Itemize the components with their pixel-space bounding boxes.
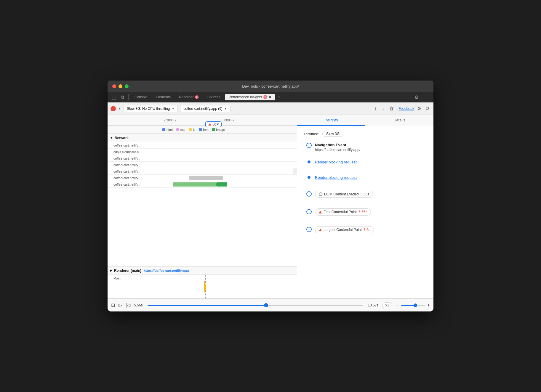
main-content: 7,200ms 8,000ms LCP html css — [108, 115, 433, 298]
rb2-line-top — [309, 173, 309, 176]
network-rows: coffee-cart.netlify… cdnjs.cloudflare.c…… — [108, 142, 297, 188]
site-dropdown-arrow: ▼ — [224, 107, 227, 110]
slider-track — [148, 305, 266, 306]
rb2-line — [309, 179, 309, 184]
row-bar-area-7 — [162, 181, 297, 187]
event-timeline-rb1 — [303, 158, 315, 169]
bar-green-1 — [173, 182, 216, 187]
gear-icon[interactable]: ⚙ — [417, 106, 421, 111]
screenshot-icon[interactable]: ⊡ — [111, 302, 115, 308]
settings-icon[interactable]: ⚙ — [413, 94, 420, 100]
row-bar-area-2 — [162, 149, 297, 155]
record-button[interactable] — [111, 106, 116, 111]
render-block-link-2[interactable]: Render blocking request — [315, 175, 357, 180]
renderer-url: https://coffee-cart.netlify.app/ — [141, 269, 189, 272]
legend-dot-css — [176, 128, 179, 131]
left-panel: 7,200ms 8,000ms LCP html css — [108, 115, 297, 298]
maximize-button[interactable] — [125, 84, 129, 88]
row-label-5: coffee-cart.netlify… — [108, 170, 162, 173]
fcp-pill-icon — [319, 211, 322, 213]
tab-bar: ⬚ ⧉ Console Elements Recorder 🎯 Sources … — [108, 92, 433, 102]
zoom-out-icon[interactable]: − — [396, 303, 398, 308]
row-label-7: coffee-cart.netlify… — [108, 183, 162, 186]
toolbar: ▼ Slow 3G, No CPU throttling ▼ coffee-ca… — [108, 102, 433, 115]
tab-recorder[interactable]: Recorder 🎯 — [175, 94, 203, 100]
legend-html: html — [162, 128, 173, 131]
insights-tabs: Insights Details — [297, 115, 433, 126]
menu-icon[interactable]: ⋮ — [423, 94, 431, 100]
row-label-1: coffee-cart.netlify… — [108, 144, 162, 147]
throttle-row: Throttled: Slow 3G — [303, 131, 428, 137]
download-icon[interactable]: ↓ — [381, 105, 385, 112]
minimize-button[interactable] — [119, 84, 122, 88]
renderer-section-header[interactable]: ▶ Renderer (main) https://coffee-cart.ne… — [108, 266, 297, 275]
collapse-handle[interactable]: › — [293, 168, 297, 174]
window-title: DevTools - coffee-cart.netlify.app/ — [242, 84, 299, 89]
throttle-badge: Slow 3G — [322, 131, 343, 137]
device-icon[interactable]: ⧉ — [119, 94, 126, 100]
feedback-link[interactable]: Feedback — [398, 107, 414, 111]
legend-dot-js — [189, 128, 192, 131]
slider-thumb[interactable] — [264, 303, 268, 307]
skip-start-icon[interactable]: |◁ — [126, 302, 130, 308]
tab-elements[interactable]: Elements — [152, 94, 174, 100]
refresh-icon[interactable]: ↺ — [424, 105, 430, 112]
legend-bar: html css js font image — [108, 126, 297, 134]
event-lcp: Largest Contentful Paint 7.6s — [303, 224, 428, 233]
tab-insights[interactable]: Insights — [297, 115, 365, 126]
render-block-link-1[interactable]: Render blocking request — [315, 160, 357, 164]
zoom-slider[interactable] — [401, 305, 425, 306]
site-selector-dropdown[interactable]: coffee-cart.netlify.app (9) ▼ — [180, 105, 231, 112]
tab-performance-insights[interactable]: Performance insights 🎯 ✕ — [225, 94, 275, 100]
dcl-content: DOM Content Loaded 5.56s — [315, 189, 428, 202]
record-dropdown-arrow[interactable]: ▼ — [118, 107, 121, 110]
table-row: coffee-cart.netlify… — [108, 175, 297, 181]
dcl-pill: DOM Content Loaded 5.56s — [315, 191, 373, 198]
renderer-collapse-arrow: ▶ — [110, 269, 112, 272]
dcl-line-top — [309, 189, 309, 191]
main-label: Main — [108, 275, 162, 280]
zoom-track — [401, 305, 415, 306]
row-label-6: coffee-cart.netlify… — [108, 176, 162, 180]
main-bar-area — [162, 275, 297, 298]
network-throttle-dropdown[interactable]: Slow 3G, No CPU throttling ▼ — [124, 105, 178, 112]
more-tabs-button[interactable]: » — [276, 95, 282, 99]
zoom-thumb[interactable] — [414, 303, 417, 307]
event-navigation: Navigation Event https://coffee-cart.net… — [303, 143, 428, 153]
event-fcp: First Contentful Paint 5.56s — [303, 207, 428, 220]
delete-icon[interactable]: 🗑 — [388, 105, 396, 112]
lcp-badge: LCP — [205, 121, 222, 127]
rb2-content: Render blocking request — [315, 173, 428, 184]
row-label-3: coffee-cart.netlify… — [108, 157, 162, 160]
zoom-in-icon[interactable]: + — [427, 303, 430, 308]
upload-icon[interactable]: ↑ — [373, 105, 378, 112]
event-timeline-lcp — [303, 224, 315, 233]
playback-slider[interactable] — [148, 305, 363, 306]
tab-console[interactable]: Console — [131, 94, 151, 100]
event-render-block-2: Render blocking request — [303, 173, 428, 184]
flame-bar-1 — [204, 281, 205, 293]
event-render-block-1: Render blocking request — [303, 158, 428, 169]
speed-badge: x1 — [382, 302, 393, 308]
row-bar-area-1 — [162, 142, 297, 148]
time-marker-1: 7,200ms — [164, 118, 176, 122]
play-icon[interactable]: ▷ — [119, 302, 122, 308]
cursor-icon[interactable]: ⬚ — [110, 94, 118, 100]
tab-bar-right: ⚙ ⋮ — [413, 94, 431, 100]
time-marker-2: 8,000ms — [222, 118, 234, 122]
network-section: ▼ Network coffee-cart.netlify… cdnjs.clo… — [108, 134, 297, 266]
rb1-line — [309, 164, 309, 168]
lcp-triangle-icon — [208, 123, 211, 126]
main-row: Main — [108, 275, 297, 298]
network-section-header[interactable]: ▼ Network — [108, 134, 297, 142]
table-row: coffee-cart.netlify… — [108, 181, 297, 188]
bar-green-dark-1 — [216, 182, 227, 187]
renderer-section: ▶ Renderer (main) https://coffee-cart.ne… — [108, 266, 297, 298]
tab-details[interactable]: Details — [365, 115, 433, 126]
lcp-pill: Largest Contentful Paint 7.6s — [315, 226, 374, 233]
close-button[interactable] — [112, 84, 116, 88]
row-bar-area-6 — [162, 175, 297, 181]
nav-event-title: Navigation Event — [315, 143, 428, 147]
insights-content: Throttled: Slow 3G Navigation Event http… — [297, 126, 433, 298]
tab-sources[interactable]: Sources — [204, 94, 224, 100]
